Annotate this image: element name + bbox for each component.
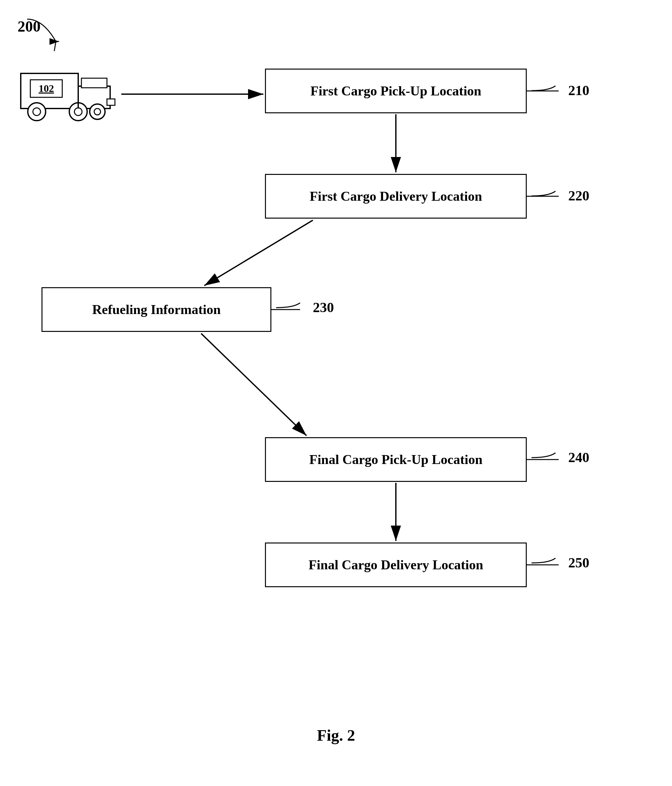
box-final-cargo-delivery: Final Cargo Delivery Location [265, 542, 527, 587]
svg-point-8 [33, 108, 41, 116]
ref-line-250 [530, 555, 568, 571]
ref-line-240 [530, 450, 568, 465]
box-refueling-information: Refueling Information [41, 287, 271, 332]
ref-line-220 [530, 188, 568, 204]
svg-point-10 [74, 108, 82, 116]
svg-line-18 [201, 333, 307, 435]
truck-illustration: 102 [17, 61, 120, 132]
svg-line-17 [204, 220, 313, 286]
ref-label-230: 230 [313, 299, 334, 316]
box-final-cargo-pickup: Final Cargo Pick-Up Location [265, 437, 527, 482]
ref-label-210: 210 [568, 82, 589, 99]
ref-label-250: 250 [568, 555, 589, 571]
ref-line-230 [275, 300, 313, 316]
svg-text:102: 102 [39, 83, 54, 94]
figure-label: Fig. 2 [317, 726, 355, 745]
ref-label-240: 240 [568, 449, 589, 465]
ref-label-220: 220 [568, 188, 589, 204]
box-first-cargo-pickup: First Cargo Pick-Up Location [265, 69, 527, 113]
ref-line-210 [530, 83, 568, 99]
box-first-cargo-delivery: First Cargo Delivery Location [265, 174, 527, 219]
svg-point-12 [94, 108, 101, 115]
diagram-container: 200 102 [0, 0, 672, 786]
svg-rect-5 [82, 78, 107, 88]
svg-rect-6 [107, 99, 115, 105]
